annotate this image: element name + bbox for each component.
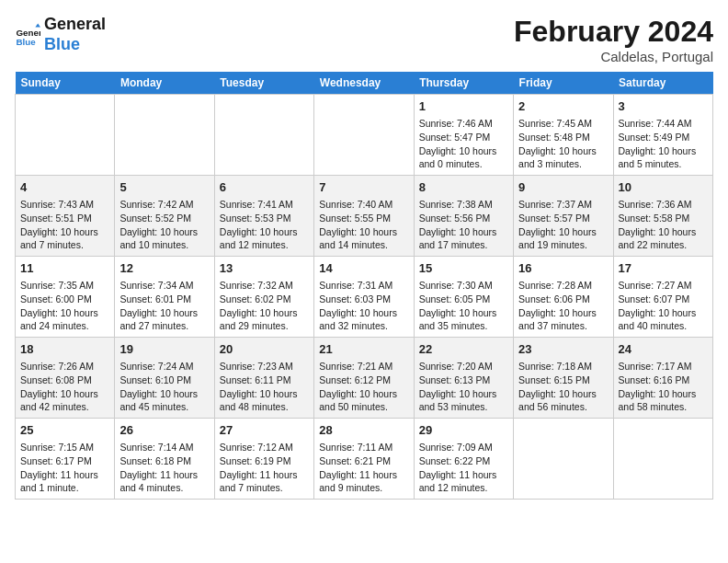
- day-number: 23: [518, 341, 608, 358]
- calendar-cell: 27Sunrise: 7:12 AMSunset: 6:19 PMDayligh…: [214, 419, 313, 500]
- logo-blue: Blue: [44, 35, 106, 55]
- week-row-4: 18Sunrise: 7:26 AMSunset: 6:08 PMDayligh…: [16, 338, 713, 419]
- day-info: Sunset: 5:56 PM: [419, 212, 508, 225]
- day-number: 10: [619, 179, 708, 196]
- day-info: Sunrise: 7:09 AM: [419, 441, 508, 454]
- day-info: Sunrise: 7:40 AM: [319, 198, 408, 212]
- day-info: Daylight: 10 hours and 7 minutes.: [20, 225, 109, 252]
- day-number: 24: [619, 341, 708, 358]
- calendar-cell: 15Sunrise: 7:30 AMSunset: 6:05 PMDayligh…: [414, 257, 513, 338]
- day-number: 11: [20, 260, 109, 277]
- day-info: Daylight: 10 hours and 27 minutes.: [119, 306, 209, 333]
- day-info: Sunrise: 7:12 AM: [220, 441, 309, 454]
- day-info: Sunrise: 7:20 AM: [419, 360, 508, 373]
- day-info: Daylight: 10 hours and 32 minutes.: [319, 306, 408, 333]
- day-info: Sunset: 5:53 PM: [220, 212, 309, 225]
- day-info: Sunrise: 7:38 AM: [419, 198, 508, 212]
- day-info: Daylight: 11 hours and 4 minutes.: [119, 468, 209, 495]
- day-number: 5: [119, 179, 209, 196]
- day-info: Sunrise: 7:23 AM: [220, 360, 309, 373]
- day-number: 4: [20, 179, 109, 196]
- day-number: 19: [119, 341, 209, 358]
- weekday-header-thursday: Thursday: [414, 72, 513, 95]
- day-info: Sunset: 5:47 PM: [419, 131, 508, 144]
- day-number: 14: [319, 260, 408, 277]
- day-info: Daylight: 10 hours and 10 minutes.: [119, 225, 209, 252]
- location: Caldelas, Portugal: [514, 49, 713, 64]
- day-info: Sunset: 6:03 PM: [319, 293, 408, 306]
- day-number: 12: [119, 260, 209, 277]
- day-info: Daylight: 10 hours and 37 minutes.: [518, 306, 608, 333]
- calendar-cell: 2Sunrise: 7:45 AMSunset: 5:48 PMDaylight…: [514, 95, 613, 176]
- day-info: Daylight: 10 hours and 40 minutes.: [619, 306, 708, 333]
- day-number: 27: [220, 422, 309, 439]
- calendar-cell: 8Sunrise: 7:38 AMSunset: 5:56 PMDaylight…: [414, 176, 513, 257]
- day-info: Daylight: 10 hours and 35 minutes.: [419, 306, 508, 333]
- calendar-cell: 14Sunrise: 7:31 AMSunset: 6:03 PMDayligh…: [314, 257, 414, 338]
- day-info: Sunset: 6:08 PM: [20, 373, 109, 387]
- calendar-cell: [613, 419, 712, 500]
- day-number: 8: [419, 179, 508, 196]
- calendar-cell: 17Sunrise: 7:27 AMSunset: 6:07 PMDayligh…: [613, 257, 712, 338]
- day-number: 21: [319, 341, 408, 358]
- calendar-cell: 20Sunrise: 7:23 AMSunset: 6:11 PMDayligh…: [214, 338, 313, 419]
- day-info: Sunrise: 7:11 AM: [319, 441, 408, 454]
- day-info: Sunset: 6:18 PM: [119, 454, 209, 468]
- day-info: Sunset: 6:00 PM: [20, 293, 109, 306]
- day-info: Sunset: 5:51 PM: [20, 212, 109, 225]
- calendar-cell: [514, 419, 613, 500]
- month-year: February 2024: [514, 15, 713, 49]
- week-row-3: 11Sunrise: 7:35 AMSunset: 6:00 PMDayligh…: [16, 257, 713, 338]
- weekday-header-sunday: Sunday: [16, 72, 115, 95]
- calendar-cell: [115, 95, 214, 176]
- calendar-cell: 5Sunrise: 7:42 AMSunset: 5:52 PMDaylight…: [115, 176, 214, 257]
- day-number: 25: [20, 422, 109, 439]
- calendar-cell: [314, 95, 414, 176]
- calendar-cell: 4Sunrise: 7:43 AMSunset: 5:51 PMDaylight…: [16, 176, 115, 257]
- weekday-header-saturday: Saturday: [613, 72, 712, 95]
- weekday-header-wednesday: Wednesday: [314, 72, 414, 95]
- calendar-table: SundayMondayTuesdayWednesdayThursdayFrid…: [15, 72, 713, 500]
- calendar-cell: [214, 95, 313, 176]
- day-info: Sunset: 5:52 PM: [119, 212, 209, 225]
- logo-icon: General Blue: [15, 22, 40, 48]
- calendar-cell: 25Sunrise: 7:15 AMSunset: 6:17 PMDayligh…: [16, 419, 115, 500]
- day-info: Sunset: 6:16 PM: [619, 373, 708, 387]
- day-info: Sunrise: 7:41 AM: [220, 198, 309, 212]
- day-number: 16: [518, 260, 608, 277]
- day-number: 28: [319, 422, 408, 439]
- day-info: Daylight: 10 hours and 3 minutes.: [518, 144, 608, 171]
- day-info: Sunset: 5:57 PM: [518, 212, 608, 225]
- day-info: Daylight: 10 hours and 53 minutes.: [419, 387, 508, 414]
- day-info: Daylight: 10 hours and 48 minutes.: [220, 387, 309, 414]
- day-info: Sunrise: 7:30 AM: [419, 279, 508, 293]
- day-number: 29: [419, 422, 508, 439]
- calendar-cell: 10Sunrise: 7:36 AMSunset: 5:58 PMDayligh…: [613, 176, 712, 257]
- day-info: Sunrise: 7:46 AM: [419, 117, 508, 131]
- day-info: Sunrise: 7:28 AM: [518, 279, 608, 293]
- day-number: 20: [220, 341, 309, 358]
- day-info: Sunrise: 7:42 AM: [119, 198, 209, 212]
- day-number: 2: [518, 98, 608, 115]
- day-info: Sunrise: 7:14 AM: [119, 441, 209, 454]
- day-info: Sunset: 5:55 PM: [319, 212, 408, 225]
- day-info: Sunset: 5:58 PM: [619, 212, 708, 225]
- calendar-cell: 23Sunrise: 7:18 AMSunset: 6:15 PMDayligh…: [514, 338, 613, 419]
- title-block: February 2024 Caldelas, Portugal: [514, 15, 713, 64]
- day-info: Sunrise: 7:17 AM: [619, 360, 708, 373]
- svg-text:Blue: Blue: [16, 37, 36, 47]
- day-info: Sunrise: 7:36 AM: [619, 198, 708, 212]
- day-info: Sunrise: 7:31 AM: [319, 279, 408, 293]
- week-row-5: 25Sunrise: 7:15 AMSunset: 6:17 PMDayligh…: [16, 419, 713, 500]
- day-info: Sunset: 6:01 PM: [119, 293, 209, 306]
- day-info: Sunrise: 7:21 AM: [319, 360, 408, 373]
- day-info: Sunrise: 7:45 AM: [518, 117, 608, 131]
- day-number: 13: [220, 260, 309, 277]
- day-number: 6: [220, 179, 309, 196]
- day-info: Daylight: 10 hours and 50 minutes.: [319, 387, 408, 414]
- day-info: Sunset: 6:10 PM: [119, 373, 209, 387]
- day-info: Sunset: 6:22 PM: [419, 454, 508, 468]
- day-number: 22: [419, 341, 508, 358]
- calendar-cell: 9Sunrise: 7:37 AMSunset: 5:57 PMDaylight…: [514, 176, 613, 257]
- day-info: Daylight: 11 hours and 9 minutes.: [319, 468, 408, 495]
